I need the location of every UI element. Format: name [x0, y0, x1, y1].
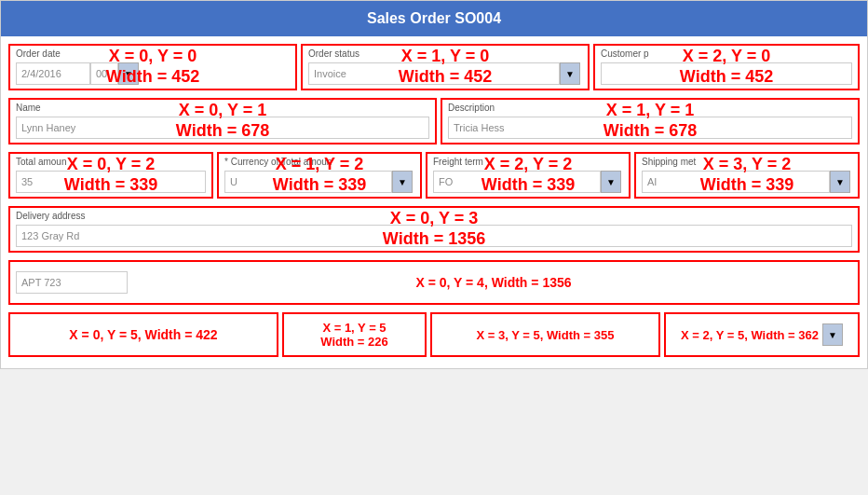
- customer-p-input[interactable]: [601, 62, 852, 85]
- label-2-2: Freight term: [433, 157, 483, 167]
- cell-0-1: Order status X = 1, Y = 0 Width = 452 ▼: [301, 44, 590, 90]
- cell-5-3: X = 2, Y = 5, Width = 362 ▼: [664, 312, 860, 357]
- label-2-3: Shipping met: [642, 157, 696, 167]
- overlay-5-2: X = 2, Y = 5, Width = 362: [681, 328, 819, 342]
- label-0-2: Customer p: [601, 48, 649, 59]
- order-status-dropdown[interactable]: ▼: [560, 62, 580, 85]
- cell-5-0: X = 0, Y = 5, Width = 422: [8, 312, 278, 357]
- currency-dropdown[interactable]: ▼: [392, 171, 413, 193]
- label-2-0: Total amoun: [16, 157, 66, 167]
- total-amount-input[interactable]: [16, 171, 206, 193]
- main-container: Sales Order SO004 Order date X = 0, Y = …: [0, 0, 868, 369]
- row5-cell3-dropdown[interactable]: ▼: [822, 323, 843, 346]
- cell-1-0: Name X = 0, Y = 1 Width = 678: [8, 98, 437, 144]
- form-row-3: Delivery address X = 0, Y = 3 Width = 13…: [7, 204, 861, 254]
- cell-2-2: Freight term X = 2, Y = 2 Width = 339 ▼: [426, 152, 631, 199]
- form-body: Order date X = 0, Y = 0 Width = 452 ▼ Or…: [1, 36, 867, 368]
- cell-2-1: * Currency of Total amoun X = 1, Y = 2 W…: [217, 152, 422, 199]
- cell-5-2: X = 3, Y = 5, Width = 355: [430, 312, 660, 357]
- order-time-input[interactable]: [90, 62, 118, 85]
- shipping-method-dropdown[interactable]: ▼: [830, 171, 850, 193]
- cell-2-3: Shipping met X = 3, Y = 2 Width = 339 ▼: [634, 152, 860, 199]
- overlay-5-0: X = 0, Y = 5, Width = 422: [69, 327, 217, 342]
- description-input[interactable]: [448, 117, 852, 139]
- order-date-input[interactable]: [16, 62, 90, 85]
- label-0-0: Order date: [16, 48, 61, 59]
- cell-1-1: Description X = 1, Y = 1 Width = 678: [441, 98, 860, 144]
- form-row-2: Total amoun X = 0, Y = 2 Width = 339 * C…: [7, 150, 861, 200]
- cell-0-2: Customer p X = 2, Y = 0 Width = 452: [593, 44, 860, 90]
- form-row-5: X = 0, Y = 5, Width = 422 X = 1, Y = 5Wi…: [7, 310, 861, 359]
- cell-4-0: X = 0, Y = 4, Width = 1356: [8, 260, 860, 305]
- form-row-0: Order date X = 0, Y = 0 Width = 452 ▼ Or…: [7, 42, 861, 92]
- cell-5-1: X = 1, Y = 5Width = 226: [282, 312, 427, 357]
- overlay-5-1: X = 1, Y = 5Width = 226: [320, 321, 387, 349]
- cell-3-0: Delivery address X = 0, Y = 3 Width = 13…: [8, 206, 860, 253]
- label-2-1: * Currency of Total amoun: [224, 157, 332, 167]
- label-0-1: Order status: [308, 48, 359, 59]
- delivery-address-input[interactable]: [16, 225, 852, 247]
- overlay-5-3: X = 3, Y = 5, Width = 355: [477, 328, 615, 342]
- overlay-4-0: X = 0, Y = 4, Width = 1356: [135, 275, 852, 290]
- apt-input[interactable]: [16, 271, 128, 294]
- shipping-method-input[interactable]: [642, 171, 830, 193]
- currency-input[interactable]: [224, 171, 392, 193]
- freight-term-dropdown[interactable]: ▼: [601, 171, 621, 193]
- page-title: Sales Order SO004: [367, 10, 501, 26]
- name-input[interactable]: [16, 117, 429, 139]
- order-date-dropdown[interactable]: ▼: [118, 62, 139, 85]
- form-row-1: Name X = 0, Y = 1 Width = 678 Descriptio…: [7, 96, 861, 146]
- cell-0-0: Order date X = 0, Y = 0 Width = 452 ▼: [8, 44, 297, 90]
- cell-2-0: Total amoun X = 0, Y = 2 Width = 339: [8, 152, 213, 199]
- title-bar: Sales Order SO004: [1, 1, 867, 36]
- freight-term-input[interactable]: [433, 171, 601, 193]
- label-1-0: Name: [16, 103, 41, 113]
- form-row-4: X = 0, Y = 4, Width = 1356: [7, 258, 861, 307]
- order-status-input[interactable]: [308, 62, 560, 85]
- label-3-0: Delivery address: [16, 211, 85, 221]
- label-1-1: Description: [448, 103, 495, 113]
